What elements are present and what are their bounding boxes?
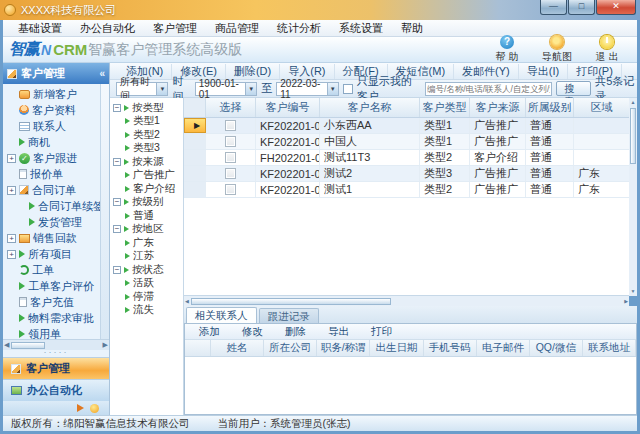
tree-group[interactable]: −按级别 (113, 196, 183, 210)
grid-horizontal-scrollbar[interactable]: ◀ ▶ (184, 296, 629, 306)
sidebar-nav-office-automation[interactable]: 办公自动化 (3, 379, 109, 401)
sidebar-item[interactable]: 领用单 (3, 326, 109, 339)
expand-plus-icon[interactable]: + (7, 250, 16, 259)
sidebar-item[interactable]: 发货管理 (3, 214, 109, 230)
tree-node[interactable]: 停滞 (113, 290, 183, 304)
menu-item[interactable]: 商品管理 (206, 21, 268, 36)
row-checkbox[interactable] (225, 120, 236, 131)
sidebar-item[interactable]: +合同订单 (3, 182, 109, 198)
grid-vertical-scrollbar[interactable]: ▲ ▼ (629, 98, 637, 296)
tree-node[interactable]: 广告推广 (113, 169, 183, 183)
tree-node[interactable]: 流失 (113, 304, 183, 318)
panel-splitter-grip[interactable]: ····· (3, 350, 109, 357)
contacts-header-cell[interactable]: 电子邮件 (477, 340, 530, 356)
contacts-header-cell[interactable]: 手机号码 (424, 340, 477, 356)
sidebar-item[interactable]: 联系人 (3, 118, 109, 134)
search-input[interactable] (425, 82, 552, 96)
brand-action-button[interactable]: 帮 助 (489, 35, 525, 64)
tree-node[interactable]: 类型1 (113, 115, 183, 129)
table-row[interactable]: FH202201-0002测试11T3类型2客户介绍普通 (184, 150, 629, 166)
scroll-down-icon[interactable]: ▼ (631, 287, 636, 296)
tab-follow-up-records[interactable]: 跟进记录 (259, 308, 319, 323)
sidebar-item[interactable]: 物料需求审批 (3, 310, 109, 326)
expand-minus-icon[interactable]: − (113, 266, 121, 274)
expand-minus-icon[interactable]: − (113, 225, 121, 233)
sidebar-nav-customer-management[interactable]: 客户管理 (3, 357, 109, 379)
chevron-down-icon[interactable]: ▼ (245, 83, 256, 95)
sidebar-item[interactable]: 客户充值 (3, 294, 109, 310)
sidebar-item[interactable]: 工单客户评价 (3, 278, 109, 294)
expand-plus-icon[interactable]: + (7, 154, 16, 163)
tree-group[interactable]: −按来源 (113, 155, 183, 169)
toolbar-button[interactable]: 发邮件(Y) (454, 64, 519, 79)
row-checkbox[interactable] (225, 168, 236, 179)
row-indicator[interactable] (184, 182, 206, 197)
brand-action-button[interactable]: 导航图 (539, 35, 575, 64)
contacts-header-cell[interactable]: 出生日期 (370, 340, 423, 356)
tree-group[interactable]: −按地区 (113, 223, 183, 237)
tree-node[interactable]: 客户介绍 (113, 182, 183, 196)
toolbar-button[interactable]: 导出(I) (519, 64, 568, 79)
table-row[interactable]: KF202201-0001测试1类型2广告推广普通广东 (184, 182, 629, 198)
contacts-toolbar-button[interactable]: 删除 (285, 325, 306, 339)
time-range-select[interactable]: 所有时间 ▼ (116, 82, 168, 96)
grid-header-cell[interactable]: 客户类型 (420, 98, 470, 117)
grid-header-cell[interactable]: 客户来源 (470, 98, 526, 117)
expand-minus-icon[interactable]: − (113, 198, 121, 206)
contacts-header-cell[interactable]: 联系地址 (583, 340, 636, 356)
yellow-dot-icon[interactable] (90, 404, 99, 413)
maximize-button[interactable]: □ (568, 0, 595, 15)
toolbar-button[interactable]: 导入(R) (280, 64, 334, 79)
scroll-right-icon[interactable]: ▶ (624, 298, 628, 304)
scroll-left-icon[interactable]: ◀ (4, 341, 9, 349)
menu-item[interactable]: 基础设置 (9, 21, 71, 36)
orange-arrow-icon[interactable] (77, 404, 84, 412)
menu-item[interactable]: 统计分析 (268, 21, 330, 36)
row-indicator[interactable] (184, 150, 206, 165)
scroll-right-icon[interactable]: ▶ (103, 341, 108, 349)
grid-header-cell[interactable]: 客户编号 (256, 98, 320, 117)
contacts-header-cell[interactable]: 职务/称谓 (317, 340, 370, 356)
tree-node[interactable]: 江苏 (113, 250, 183, 264)
sidebar-item[interactable]: 合同订单续签提醒 (3, 198, 109, 214)
scrollbar-thumb[interactable] (11, 342, 45, 349)
contacts-header-cell[interactable]: 所在公司 (264, 340, 317, 356)
contacts-toolbar-button[interactable]: 打印 (371, 325, 392, 339)
table-row[interactable]: KF202201-0003中国人类型1广告推广普通 (184, 134, 629, 150)
table-row[interactable]: KF202201-0002测试2类型3广告推广普通广东 (184, 166, 629, 182)
only-my-customers-checkbox[interactable] (343, 84, 353, 94)
row-checkbox[interactable] (225, 136, 236, 147)
contacts-header-cell[interactable]: 姓名 (211, 340, 264, 356)
tree-node[interactable]: 普通 (113, 209, 183, 223)
chevron-down-icon[interactable]: ▼ (156, 83, 167, 95)
chevron-down-icon[interactable]: ▼ (327, 83, 338, 95)
sidebar-item[interactable]: 客户资料 (3, 102, 109, 118)
toolbar-button[interactable]: 删除(D) (226, 64, 280, 79)
sidebar-item[interactable]: +客户跟进 (3, 150, 109, 166)
sidebar-item[interactable]: +销售回款 (3, 230, 109, 246)
contacts-toolbar-button[interactable]: 添加 (199, 325, 220, 339)
grid-header-cell[interactable]: 选择 (206, 98, 256, 117)
row-checkbox[interactable] (225, 152, 236, 163)
collapse-sidebar-icon[interactable]: « (99, 68, 105, 79)
grid-header-cell[interactable]: 所属级别 (526, 98, 574, 117)
scrollbar-thumb[interactable] (191, 298, 391, 305)
expand-minus-icon[interactable]: − (113, 104, 121, 112)
contacts-toolbar-button[interactable]: 导出 (328, 325, 349, 339)
row-checkbox[interactable] (225, 184, 236, 195)
scroll-left-icon[interactable]: ◀ (185, 298, 189, 304)
menu-item[interactable]: 客户管理 (144, 21, 206, 36)
scroll-up-icon[interactable]: ▲ (631, 98, 636, 107)
tree-node[interactable]: 类型3 (113, 142, 183, 156)
row-indicator[interactable]: ▶ (184, 118, 206, 133)
menu-item[interactable]: 办公自动化 (71, 21, 144, 36)
row-indicator[interactable] (184, 134, 206, 149)
date-to-picker[interactable]: 2022-03-11 ▼ (276, 82, 338, 96)
table-row[interactable]: ▶KF202201-0004小东西AA类型1广告推广普通 (184, 118, 629, 134)
sidebar-item[interactable]: 新增客户 (3, 86, 109, 102)
minimize-button[interactable]: — (540, 0, 567, 15)
scrollbar-thumb[interactable] (630, 108, 636, 164)
search-button[interactable]: 搜 索 (556, 81, 591, 96)
menu-item[interactable]: 系统设置 (330, 21, 392, 36)
brand-action-button[interactable]: 退 出 (589, 35, 625, 64)
